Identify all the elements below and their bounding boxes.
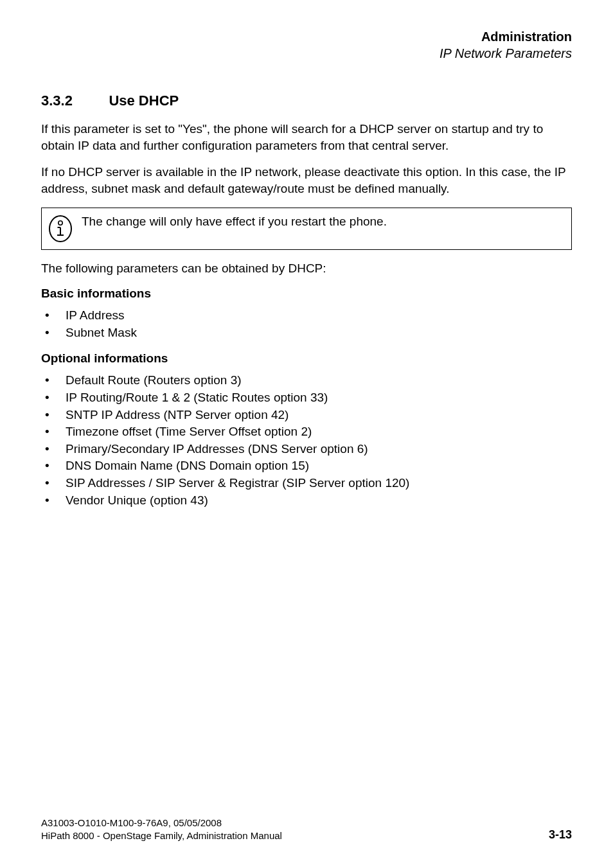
header-subtitle: IP Network Parameters <box>41 45 572 62</box>
list-item: SNTP IP Address (NTP Server option 42) <box>41 407 572 424</box>
section-heading: 3.3.2 Use DHCP <box>41 93 572 109</box>
footer-line-1: A31003-O1010-M100-9-76A9, 05/05/2008 <box>41 817 282 829</box>
paragraph-3: The following parameters can be obtained… <box>41 260 572 277</box>
list-item: SIP Addresses / SIP Server & Registrar (… <box>41 475 572 492</box>
footer-page-number: 3-13 <box>549 827 572 842</box>
page-header: Administration IP Network Parameters <box>41 28 572 62</box>
optional-informations-list: Default Route (Routers option 3) IP Rout… <box>41 372 572 509</box>
list-item: Default Route (Routers option 3) <box>41 372 572 389</box>
footer-line-2: HiPath 8000 - OpenStage Family, Administ… <box>41 829 282 842</box>
section-title: Use DHCP <box>109 93 179 109</box>
optional-informations-heading: Optional informations <box>41 351 572 366</box>
header-title: Administration <box>41 28 572 45</box>
list-item: Vendor Unique (option 43) <box>41 492 572 509</box>
list-item: IP Address <box>41 307 572 324</box>
note-text: The change will only have effect if you … <box>82 212 565 244</box>
footer-left: A31003-O1010-M100-9-76A9, 05/05/2008 HiP… <box>41 817 282 843</box>
list-item: Subnet Mask <box>41 324 572 342</box>
basic-informations-heading: Basic informations <box>41 287 572 301</box>
svg-point-1 <box>58 220 62 224</box>
list-item: Timezone offset (Time Server Offset opti… <box>41 423 572 441</box>
page-footer: A31003-O1010-M100-9-76A9, 05/05/2008 HiP… <box>41 817 572 843</box>
list-item: IP Routing/Route 1 & 2 (Static Routes op… <box>41 389 572 407</box>
list-item: DNS Domain Name (DNS Domain option 15) <box>41 457 572 475</box>
info-icon <box>48 212 73 245</box>
section-number: 3.3.2 <box>41 93 73 109</box>
list-item: Primary/Secondary IP Addresses (DNS Serv… <box>41 441 572 458</box>
page-container: Administration IP Network Parameters 3.3… <box>0 0 613 868</box>
basic-informations-list: IP Address Subnet Mask <box>41 307 572 341</box>
note-box: The change will only have effect if you … <box>41 208 572 250</box>
paragraph-1: If this parameter is set to "Yes", the p… <box>41 121 572 154</box>
paragraph-2: If no DHCP server is available in the IP… <box>41 164 572 197</box>
